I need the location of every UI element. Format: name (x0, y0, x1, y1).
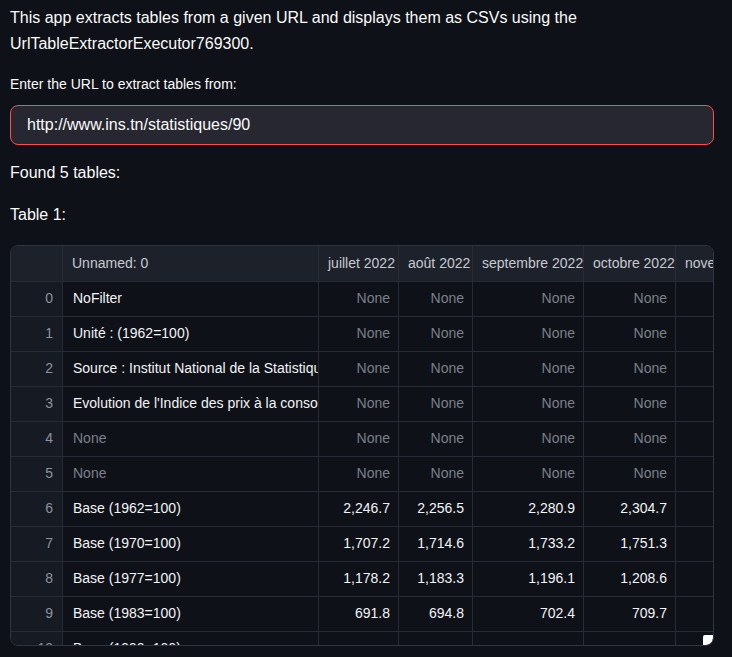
row-index: 8 (11, 562, 63, 597)
cell: Base (1983=100) (63, 597, 319, 632)
table-row: 3 Evolution de l'Indice des prix à la co… (11, 387, 713, 422)
cell: Base (1962=100) (63, 492, 319, 527)
cell: 694.8 (399, 597, 473, 632)
cell: None (319, 352, 399, 387)
cell: 2,304.7 (584, 492, 676, 527)
cell: None (319, 387, 399, 422)
cell (676, 562, 714, 597)
row-index: 7 (11, 527, 63, 562)
header-cell: novembre 2022 (676, 246, 714, 282)
cell: None (63, 457, 319, 492)
cell (584, 632, 676, 646)
cell: None (399, 352, 473, 387)
cell: None (473, 282, 584, 317)
header-cell: Unnamed: 0 (63, 246, 319, 282)
cell (676, 317, 714, 352)
cell (676, 527, 714, 562)
cell (676, 282, 714, 317)
row-index: 4 (11, 422, 63, 457)
cell: None (584, 282, 676, 317)
cell: None (399, 457, 473, 492)
table-header-row: Unnamed: 0 juillet 2022 août 2022 septem… (11, 246, 713, 282)
dataframe[interactable]: Unnamed: 0 juillet 2022 août 2022 septem… (10, 245, 714, 646)
cell (319, 632, 399, 646)
row-index: 2 (11, 352, 63, 387)
cell: Unité : (1962=100) (63, 317, 319, 352)
cell: 1,196.1 (473, 562, 584, 597)
cell: None (584, 457, 676, 492)
cell: Base (1970=100) (63, 527, 319, 562)
intro-text: This app extracts tables from a given UR… (10, 5, 714, 56)
cell (399, 632, 473, 646)
header-cell: juillet 2022 (319, 246, 399, 282)
cell: None (473, 422, 584, 457)
app-page: This app extracts tables from a given UR… (0, 0, 732, 646)
cell (676, 457, 714, 492)
cell: None (584, 317, 676, 352)
cell: None (473, 317, 584, 352)
table-title: Table 1: (10, 202, 714, 228)
cell: 1,751.3 (584, 527, 676, 562)
cell (676, 352, 714, 387)
cell (676, 492, 714, 527)
cell: 2,256.5 (399, 492, 473, 527)
cell: None (584, 352, 676, 387)
cell: None (319, 457, 399, 492)
table-row: 7 Base (1970=100) 1,707.2 1,714.6 1,733.… (11, 527, 713, 562)
cell: 702.4 (473, 597, 584, 632)
cell: 2,280.9 (473, 492, 584, 527)
cell: None (399, 282, 473, 317)
table-row: 10 Base (1990=100) (11, 632, 713, 646)
table-row: 8 Base (1977=100) 1,178.2 1,183.3 1,196.… (11, 562, 713, 597)
cell: None (399, 422, 473, 457)
table-row: 2 Source : Institut National de la Stati… (11, 352, 713, 387)
cell: None (319, 282, 399, 317)
cell: None (473, 352, 584, 387)
row-index: 1 (11, 317, 63, 352)
row-index: 3 (11, 387, 63, 422)
table-row: 1 Unité : (1962=100) None None None None (11, 317, 713, 352)
table-row: 6 Base (1962=100) 2,246.7 2,256.5 2,280.… (11, 492, 713, 527)
cell (473, 632, 584, 646)
cell: Base (1977=100) (63, 562, 319, 597)
cell: None (399, 387, 473, 422)
cell: None (584, 387, 676, 422)
cell: None (319, 422, 399, 457)
cell: Evolution de l'Indice des prix à la cons… (63, 387, 319, 422)
cell: None (584, 422, 676, 457)
cell: Base (1990=100) (63, 632, 319, 646)
header-cell: août 2022 (399, 246, 473, 282)
row-index: 9 (11, 597, 63, 632)
header-cell: octobre 2022 (584, 246, 676, 282)
cell: 1,707.2 (319, 527, 399, 562)
cell: 691.8 (319, 597, 399, 632)
cell: None (399, 317, 473, 352)
table-row: 4 None None None None None (11, 422, 713, 457)
header-index-cell (11, 246, 63, 282)
found-tables-text: Found 5 tables: (10, 160, 714, 186)
table-resize-handle[interactable] (703, 635, 713, 645)
url-input-label: Enter the URL to extract tables from: (10, 76, 714, 93)
cell: None (319, 317, 399, 352)
cell (676, 387, 714, 422)
cell: None (473, 457, 584, 492)
cell: 2,246.7 (319, 492, 399, 527)
cell: NoFilter (63, 282, 319, 317)
url-input[interactable] (10, 105, 714, 145)
cell: 1,208.6 (584, 562, 676, 597)
cell: 709.7 (584, 597, 676, 632)
cell (676, 597, 714, 632)
cell: 1,178.2 (319, 562, 399, 597)
row-index: 10 (11, 632, 63, 646)
cell (676, 422, 714, 457)
cell: None (63, 422, 319, 457)
cell: None (473, 387, 584, 422)
row-index: 0 (11, 282, 63, 317)
cell: 1,183.3 (399, 562, 473, 597)
header-cell: septembre 2022 (473, 246, 584, 282)
row-index: 5 (11, 457, 63, 492)
table-row: 9 Base (1983=100) 691.8 694.8 702.4 709.… (11, 597, 713, 632)
table-row: 5 None None None None None (11, 457, 713, 492)
row-index: 6 (11, 492, 63, 527)
table-row: 0 NoFilter None None None None (11, 282, 713, 317)
